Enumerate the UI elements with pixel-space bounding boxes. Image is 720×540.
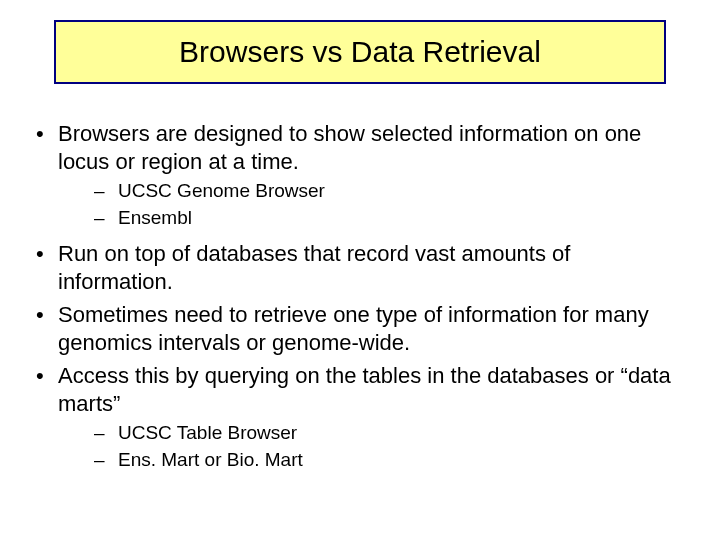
bullet-item: Browsers are designed to show selected i… (30, 120, 690, 230)
bullet-text: Browsers are designed to show selected i… (58, 121, 641, 174)
sub-bullet-item: Ens. Mart or Bio. Mart (58, 448, 690, 473)
sub-bullet-list: UCSC Table Browser Ens. Mart or Bio. Mar… (58, 421, 690, 472)
bullet-list: Browsers are designed to show selected i… (30, 120, 690, 473)
sub-bullet-text: Ens. Mart or Bio. Mart (118, 449, 303, 470)
bullet-item: Sometimes need to retrieve one type of i… (30, 301, 690, 356)
bullet-text: Sometimes need to retrieve one type of i… (58, 302, 649, 355)
sub-bullet-text: UCSC Genome Browser (118, 180, 325, 201)
sub-bullet-text: Ensembl (118, 207, 192, 228)
slide: Browsers vs Data Retrieval Browsers are … (0, 0, 720, 540)
sub-bullet-text: UCSC Table Browser (118, 422, 297, 443)
slide-title: Browsers vs Data Retrieval (179, 35, 541, 69)
bullet-text: Access this by querying on the tables in… (58, 363, 671, 416)
title-box: Browsers vs Data Retrieval (54, 20, 666, 84)
sub-bullet-item: UCSC Table Browser (58, 421, 690, 446)
sub-bullet-item: Ensembl (58, 206, 690, 231)
sub-bullet-item: UCSC Genome Browser (58, 179, 690, 204)
bullet-item: Access this by querying on the tables in… (30, 362, 690, 472)
bullet-item: Run on top of databases that record vast… (30, 240, 690, 295)
slide-content: Browsers are designed to show selected i… (30, 120, 690, 483)
bullet-text: Run on top of databases that record vast… (58, 241, 570, 294)
sub-bullet-list: UCSC Genome Browser Ensembl (58, 179, 690, 230)
